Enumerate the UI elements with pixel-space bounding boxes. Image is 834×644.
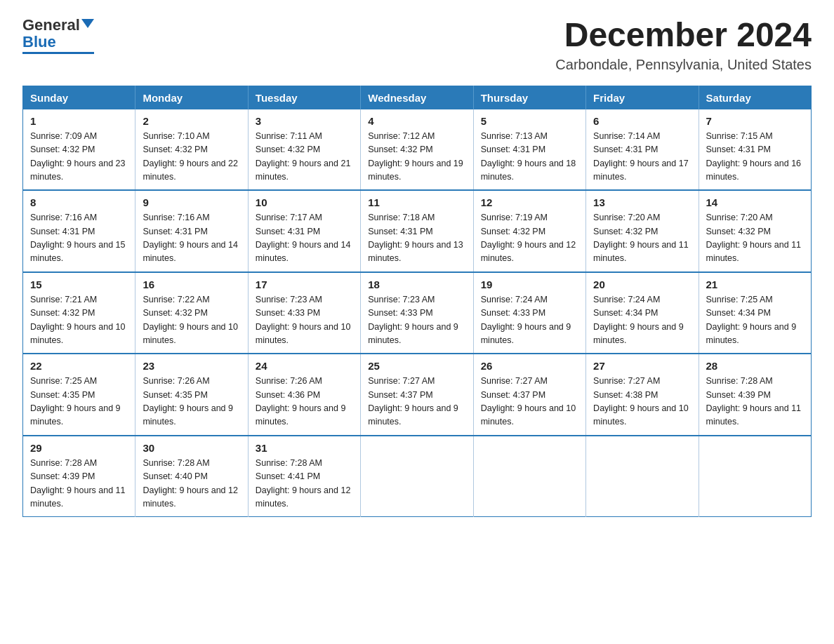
day-number: 13 — [593, 196, 691, 208]
calendar-day-cell: 22 Sunrise: 7:25 AMSunset: 4:35 PMDaylig… — [23, 354, 135, 436]
calendar-day-cell: 17 Sunrise: 7:23 AMSunset: 4:33 PMDaylig… — [248, 272, 360, 354]
logo-triangle-icon — [81, 19, 94, 28]
calendar-day-cell: 23 Sunrise: 7:26 AMSunset: 4:35 PMDaylig… — [135, 354, 248, 436]
day-number: 2 — [143, 115, 240, 127]
day-info: Sunrise: 7:27 AMSunset: 4:37 PMDaylight:… — [368, 376, 458, 427]
day-info: Sunrise: 7:26 AMSunset: 4:36 PMDaylight:… — [256, 376, 346, 427]
day-number: 10 — [256, 196, 353, 208]
location-title: Carbondale, Pennsylvania, United States — [555, 57, 812, 73]
day-info: Sunrise: 7:28 AMSunset: 4:41 PMDaylight:… — [256, 458, 351, 509]
calendar-day-cell — [699, 436, 811, 517]
calendar-day-cell: 30 Sunrise: 7:28 AMSunset: 4:40 PMDaylig… — [135, 436, 248, 517]
calendar-day-cell: 25 Sunrise: 7:27 AMSunset: 4:37 PMDaylig… — [361, 354, 473, 436]
day-info: Sunrise: 7:24 AMSunset: 4:33 PMDaylight:… — [481, 295, 571, 345]
calendar-day-cell: 6 Sunrise: 7:14 AMSunset: 4:31 PMDayligh… — [586, 109, 699, 191]
day-info: Sunrise: 7:23 AMSunset: 4:33 PMDaylight:… — [368, 295, 458, 345]
calendar-day-cell: 27 Sunrise: 7:27 AMSunset: 4:38 PMDaylig… — [586, 354, 699, 436]
day-info: Sunrise: 7:16 AMSunset: 4:31 PMDaylight:… — [143, 213, 238, 263]
calendar-day-cell: 20 Sunrise: 7:24 AMSunset: 4:34 PMDaylig… — [586, 272, 699, 354]
day-info: Sunrise: 7:26 AMSunset: 4:35 PMDaylight:… — [143, 376, 233, 427]
day-number: 20 — [593, 279, 691, 290]
day-info: Sunrise: 7:28 AMSunset: 4:40 PMDaylight:… — [143, 458, 238, 509]
calendar-day-cell: 8 Sunrise: 7:16 AMSunset: 4:31 PMDayligh… — [23, 190, 135, 272]
calendar-day-cell: 21 Sunrise: 7:25 AMSunset: 4:34 PMDaylig… — [699, 272, 811, 354]
day-info: Sunrise: 7:09 AMSunset: 4:32 PMDaylight:… — [30, 131, 126, 182]
calendar-day-cell: 13 Sunrise: 7:20 AMSunset: 4:32 PMDaylig… — [586, 190, 699, 272]
day-number: 1 — [30, 115, 128, 127]
day-info: Sunrise: 7:14 AMSunset: 4:31 PMDaylight:… — [593, 131, 689, 182]
calendar-day-cell: 7 Sunrise: 7:15 AMSunset: 4:31 PMDayligh… — [699, 109, 811, 191]
day-info: Sunrise: 7:28 AMSunset: 4:39 PMDaylight:… — [706, 376, 802, 427]
day-number: 5 — [481, 115, 578, 127]
calendar-week-row: 22 Sunrise: 7:25 AMSunset: 4:35 PMDaylig… — [23, 354, 812, 436]
day-info: Sunrise: 7:24 AMSunset: 4:34 PMDaylight:… — [593, 295, 684, 345]
page-header: General Blue December 2024 Carbondale, P… — [22, 17, 812, 73]
calendar-week-row: 1 Sunrise: 7:09 AMSunset: 4:32 PMDayligh… — [23, 109, 812, 191]
logo-text-blue: Blue — [22, 34, 56, 51]
calendar-title-area: December 2024 Carbondale, Pennsylvania, … — [555, 17, 812, 73]
calendar-day-cell: 9 Sunrise: 7:16 AMSunset: 4:31 PMDayligh… — [135, 190, 248, 272]
day-number: 23 — [143, 360, 240, 372]
calendar-day-cell: 1 Sunrise: 7:09 AMSunset: 4:32 PMDayligh… — [23, 109, 135, 191]
day-info: Sunrise: 7:16 AMSunset: 4:31 PMDaylight:… — [30, 213, 126, 263]
calendar-week-row: 29 Sunrise: 7:28 AMSunset: 4:39 PMDaylig… — [23, 436, 812, 517]
calendar-day-cell: 10 Sunrise: 7:17 AMSunset: 4:31 PMDaylig… — [248, 190, 360, 272]
day-info: Sunrise: 7:12 AMSunset: 4:32 PMDaylight:… — [368, 131, 463, 182]
weekday-header: Thursday — [473, 86, 585, 109]
calendar-day-cell: 14 Sunrise: 7:20 AMSunset: 4:32 PMDaylig… — [699, 190, 811, 272]
weekday-header-row: SundayMondayTuesdayWednesdayThursdayFrid… — [23, 86, 812, 109]
day-number: 29 — [30, 442, 128, 454]
day-number: 21 — [706, 279, 804, 290]
day-number: 18 — [368, 279, 465, 290]
day-info: Sunrise: 7:21 AMSunset: 4:32 PMDaylight:… — [30, 295, 126, 345]
day-number: 26 — [481, 360, 578, 372]
day-info: Sunrise: 7:28 AMSunset: 4:39 PMDaylight:… — [30, 458, 126, 509]
day-info: Sunrise: 7:17 AMSunset: 4:31 PMDaylight:… — [256, 213, 351, 263]
day-info: Sunrise: 7:19 AMSunset: 4:32 PMDaylight:… — [481, 213, 576, 263]
day-info: Sunrise: 7:20 AMSunset: 4:32 PMDaylight:… — [706, 213, 802, 263]
logo: General Blue — [22, 17, 94, 54]
calendar-day-cell: 19 Sunrise: 7:24 AMSunset: 4:33 PMDaylig… — [473, 272, 585, 354]
day-info: Sunrise: 7:13 AMSunset: 4:31 PMDaylight:… — [481, 131, 576, 182]
calendar-day-cell: 18 Sunrise: 7:23 AMSunset: 4:33 PMDaylig… — [361, 272, 473, 354]
day-number: 22 — [30, 360, 128, 372]
weekday-header: Friday — [586, 86, 699, 109]
day-info: Sunrise: 7:11 AMSunset: 4:32 PMDaylight:… — [256, 131, 351, 182]
day-number: 12 — [481, 196, 578, 208]
day-number: 4 — [368, 115, 465, 127]
calendar-day-cell: 5 Sunrise: 7:13 AMSunset: 4:31 PMDayligh… — [473, 109, 585, 191]
day-info: Sunrise: 7:10 AMSunset: 4:32 PMDaylight:… — [143, 131, 238, 182]
day-info: Sunrise: 7:23 AMSunset: 4:33 PMDaylight:… — [256, 295, 351, 345]
calendar-day-cell: 2 Sunrise: 7:10 AMSunset: 4:32 PMDayligh… — [135, 109, 248, 191]
day-info: Sunrise: 7:22 AMSunset: 4:32 PMDaylight:… — [143, 295, 238, 345]
month-title: December 2024 — [555, 17, 812, 54]
calendar-day-cell: 24 Sunrise: 7:26 AMSunset: 4:36 PMDaylig… — [248, 354, 360, 436]
weekday-header: Tuesday — [248, 86, 360, 109]
day-number: 9 — [143, 196, 240, 208]
day-number: 27 — [593, 360, 691, 372]
day-number: 31 — [256, 442, 353, 454]
calendar-day-cell: 4 Sunrise: 7:12 AMSunset: 4:32 PMDayligh… — [361, 109, 473, 191]
day-number: 25 — [368, 360, 465, 372]
day-number: 30 — [143, 442, 240, 454]
day-number: 6 — [593, 115, 691, 127]
calendar-table: SundayMondayTuesdayWednesdayThursdayFrid… — [22, 86, 812, 518]
day-info: Sunrise: 7:27 AMSunset: 4:38 PMDaylight:… — [593, 376, 689, 427]
logo-underline — [22, 52, 94, 54]
day-info: Sunrise: 7:18 AMSunset: 4:31 PMDaylight:… — [368, 213, 463, 263]
calendar-day-cell: 29 Sunrise: 7:28 AMSunset: 4:39 PMDaylig… — [23, 436, 135, 517]
calendar-week-row: 15 Sunrise: 7:21 AMSunset: 4:32 PMDaylig… — [23, 272, 812, 354]
calendar-day-cell: 28 Sunrise: 7:28 AMSunset: 4:39 PMDaylig… — [699, 354, 811, 436]
calendar-day-cell: 31 Sunrise: 7:28 AMSunset: 4:41 PMDaylig… — [248, 436, 360, 517]
day-number: 28 — [706, 360, 804, 372]
day-info: Sunrise: 7:25 AMSunset: 4:34 PMDaylight:… — [706, 295, 797, 345]
calendar-day-cell — [473, 436, 585, 517]
day-number: 24 — [256, 360, 353, 372]
day-info: Sunrise: 7:15 AMSunset: 4:31 PMDaylight:… — [706, 131, 802, 182]
calendar-day-cell: 16 Sunrise: 7:22 AMSunset: 4:32 PMDaylig… — [135, 272, 248, 354]
day-number: 8 — [30, 196, 128, 208]
day-number: 16 — [143, 279, 240, 290]
day-number: 14 — [706, 196, 804, 208]
calendar-week-row: 8 Sunrise: 7:16 AMSunset: 4:31 PMDayligh… — [23, 190, 812, 272]
day-info: Sunrise: 7:20 AMSunset: 4:32 PMDaylight:… — [593, 213, 689, 263]
